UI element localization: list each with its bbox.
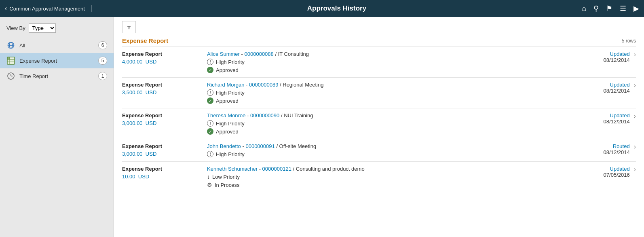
person-info: Richard Morgan - 0000000089 / Regional M…	[207, 82, 583, 88]
back-arrow-icon: ‹	[5, 5, 7, 12]
separator: -	[241, 51, 245, 57]
approved-check-icon: ✓	[207, 97, 213, 104]
date-label: 08/12/2014	[604, 57, 630, 63]
priority-exclamation-icon: !	[207, 89, 213, 96]
sidebar: View By Type Status Date All 6	[0, 17, 114, 237]
date-label: 08/12/2014	[604, 88, 630, 94]
status-date-col: Updated 08/12/2014	[604, 82, 630, 94]
amount-label: 3,000.00 USD	[122, 120, 203, 126]
updated-label: Updated	[604, 112, 630, 118]
priority-text: High Priority	[216, 151, 245, 157]
col-type-amount: Expense Report 3,500.00 USD	[122, 82, 203, 104]
page-title: Approvals History	[92, 4, 582, 13]
globe-icon	[6, 41, 15, 50]
filter-icon: ▿	[127, 23, 131, 31]
search-icon[interactable]: ⚲	[593, 4, 599, 13]
col-type-amount: Expense Report 4,000.00 USD	[122, 51, 203, 73]
status-date-col: Updated 08/12/2014	[604, 112, 630, 125]
amount-label: 3,000.00 USD	[122, 151, 203, 157]
priority-row: ↓ Low Priority	[207, 174, 583, 180]
col-status-date: Routed 08/12/2014 ›	[587, 143, 636, 157]
row-chevron-icon[interactable]: ›	[634, 143, 636, 150]
col-status-date: Updated 07/05/2016 ›	[587, 166, 636, 188]
priority-exclamation-icon: !	[207, 151, 213, 157]
approval-row[interactable]: Expense Report 4,000.00 USD Alice Summer…	[122, 47, 636, 77]
sidebar-item-all[interactable]: All 6	[0, 38, 114, 53]
priority-exclamation-icon: !	[207, 120, 213, 127]
person-name: John Bendetto	[207, 143, 241, 149]
separator: -	[246, 82, 249, 88]
header-icons: ⌂ ⚲ ⚑ ☰ ▶	[582, 4, 639, 13]
priority-arrow-down-icon: ↓	[207, 174, 210, 180]
priority-row: ! High Priority	[207, 151, 583, 157]
report-type-label: Expense Report	[122, 143, 203, 149]
priority-text: High Priority	[216, 90, 245, 96]
sidebar-item-time-report[interactable]: Time Report 1	[0, 68, 114, 84]
row-chevron-icon[interactable]: ›	[634, 82, 636, 89]
description: Off-site Meeting	[279, 143, 317, 149]
user-icon[interactable]: ▶	[633, 4, 639, 13]
priority-text: High Priority	[216, 59, 245, 65]
viewby-label: View By	[6, 25, 25, 31]
person-name: Alice Summer	[207, 51, 240, 57]
status-row: ⚙ In Process	[207, 182, 583, 188]
description: Consulting and product demo	[296, 166, 365, 172]
updated-label: Updated	[604, 166, 630, 172]
filter-bar: ▿	[122, 21, 636, 33]
in-process-gear-icon: ⚙	[207, 182, 212, 188]
person-info: Kenneth Schumacher - 0000000121 / Consul…	[207, 166, 583, 172]
status-date-col: Routed 08/12/2014	[604, 143, 630, 155]
row-chevron-icon[interactable]: ›	[634, 166, 636, 173]
status-row: ✓ Approved	[207, 128, 583, 135]
filter-button[interactable]: ▿	[122, 21, 136, 33]
amount-label: 4,000.00 USD	[122, 59, 203, 65]
viewby-select[interactable]: Type Status Date	[29, 23, 56, 33]
report-type-label: Expense Report	[122, 82, 203, 88]
report-type-label: Expense Report	[122, 112, 203, 118]
slash: /	[293, 166, 296, 172]
slash: /	[275, 51, 278, 57]
status-row: ✓ Approved	[207, 67, 583, 73]
col-details: John Bendetto - 0000000091 / Off-site Me…	[203, 143, 587, 157]
description: NUI Training	[284, 112, 313, 118]
clock-icon	[6, 72, 15, 80]
approval-row[interactable]: Expense Report 3,000.00 USD Theresa Monr…	[122, 108, 636, 139]
report-number: 0000000088	[245, 51, 274, 57]
description: Regional Meeting	[283, 82, 323, 88]
sidebar-time-label: Time Report	[19, 73, 94, 79]
main-layout: View By Type Status Date All 6	[0, 17, 644, 237]
person-name: Kenneth Schumacher	[207, 166, 258, 172]
col-details: Kenneth Schumacher - 0000000121 / Consul…	[203, 166, 587, 188]
approvals-list: Expense Report 4,000.00 USD Alice Summer…	[122, 47, 636, 192]
approval-row[interactable]: Expense Report 3,000.00 USD John Bendett…	[122, 139, 636, 161]
sidebar-all-badge: 6	[98, 41, 107, 49]
amount-label: 3,500.00 USD	[122, 89, 203, 95]
report-number: 0000000121	[262, 166, 291, 172]
status-text: Approved	[216, 67, 239, 73]
date-label: 08/12/2014	[604, 118, 630, 125]
menu-icon[interactable]: ☰	[620, 4, 626, 13]
report-number: 0000000091	[245, 143, 274, 149]
back-button[interactable]: ‹ Common Approval Management	[5, 5, 92, 12]
sidebar-time-badge: 1	[98, 72, 107, 80]
row-chevron-icon[interactable]: ›	[634, 112, 636, 120]
col-type-amount: Expense Report 3,000.00 USD	[122, 112, 203, 135]
sidebar-expense-label: Expense Report	[19, 58, 94, 64]
approval-row[interactable]: Expense Report 10.00 USD Kenneth Schumac…	[122, 161, 636, 192]
col-type-amount: Expense Report 10.00 USD	[122, 166, 203, 188]
home-icon[interactable]: ⌂	[582, 4, 586, 13]
sidebar-expense-badge: 5	[98, 57, 107, 65]
report-number: 0000000089	[249, 82, 278, 88]
col-status-date: Updated 08/12/2014 ›	[587, 51, 636, 73]
date-label: 07/05/2016	[604, 172, 630, 178]
sidebar-item-expense-report[interactable]: Expense Report 5	[0, 53, 114, 68]
flag-icon[interactable]: ⚑	[606, 4, 612, 13]
date-label: 08/12/2014	[604, 149, 630, 155]
status-date-flex: Updated 08/12/2014 ›	[604, 112, 636, 125]
approval-row[interactable]: Expense Report 3,500.00 USD Richard Morg…	[122, 77, 636, 108]
col-details: Richard Morgan - 0000000089 / Regional M…	[203, 82, 587, 104]
priority-row: ! High Priority	[207, 89, 583, 96]
row-chevron-icon[interactable]: ›	[634, 51, 636, 58]
approved-check-icon: ✓	[207, 128, 213, 135]
approved-check-icon: ✓	[207, 67, 213, 73]
